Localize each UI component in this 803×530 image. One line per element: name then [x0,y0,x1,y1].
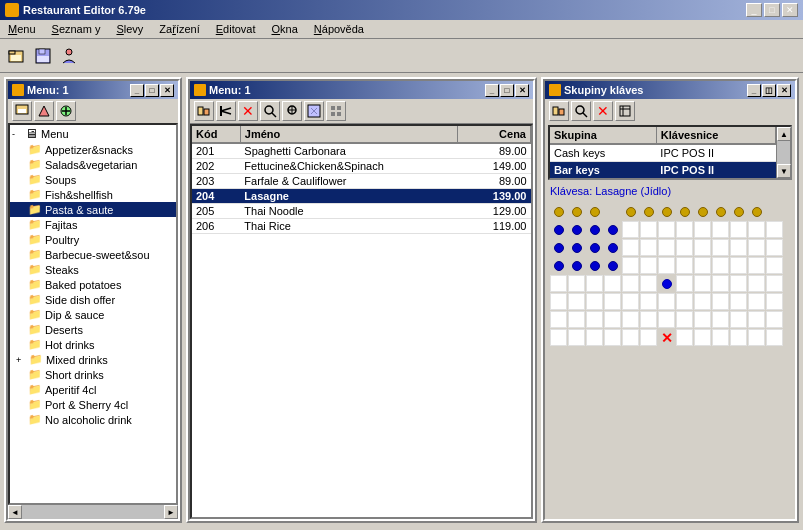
table-row[interactable]: 204 Lasagne 139.00 [192,189,531,204]
tree-btn-1[interactable] [12,101,32,121]
mid-btn-5[interactable] [282,101,302,121]
tree-btn-3[interactable] [56,101,76,121]
key-cell[interactable] [550,311,567,328]
scroll-right-btn[interactable]: ► [164,505,178,519]
key-cell[interactable] [748,239,765,256]
key-cell[interactable] [712,257,729,274]
left-panel-maximize[interactable]: □ [145,84,159,97]
key-cell[interactable] [604,311,621,328]
table-row[interactable]: 201 Spaghetti Carbonara 89.00 [192,143,531,159]
key-cell[interactable] [748,329,765,346]
tree-item[interactable]: 📁Deserts [10,322,176,337]
right-btn-3[interactable]: ✕ [593,101,613,121]
key-cell[interactable] [712,221,729,238]
key-cell[interactable] [586,257,603,274]
tree-item[interactable]: -🖥Menu [10,125,176,142]
key-cell[interactable] [622,239,639,256]
key-cell[interactable] [604,221,621,238]
key-cell[interactable] [694,239,711,256]
key-cell[interactable] [622,329,639,346]
key-cell[interactable] [622,221,639,238]
key-cell[interactable] [568,293,585,310]
key-cell[interactable] [586,203,603,220]
mid-btn-2[interactable] [216,101,236,121]
app-maximize-btn[interactable]: □ [764,3,780,17]
key-cell[interactable] [730,203,747,220]
tree-item[interactable]: 📁Side dish offer [10,292,176,307]
key-cell[interactable] [622,203,639,220]
key-cell[interactable] [640,329,657,346]
key-cell[interactable] [748,293,765,310]
left-panel-minimize[interactable]: _ [130,84,144,97]
table-row[interactable]: 202 Fettucine&Chicken&Spinach 149.00 [192,159,531,174]
menu-editovat[interactable]: Editovat [212,22,260,36]
mid-btn-7[interactable] [326,101,346,121]
table-row[interactable]: 205 Thai Noodle 129.00 [192,204,531,219]
key-cell[interactable] [550,221,567,238]
key-cell[interactable] [568,311,585,328]
right-btn-2[interactable] [571,101,591,121]
key-cell[interactable] [658,275,675,292]
right-panel-minimize[interactable]: _ [747,84,761,97]
skupiny-row[interactable]: Bar keys IPC POS II [550,162,776,179]
key-cell[interactable] [676,239,693,256]
key-cell[interactable] [694,257,711,274]
key-cell[interactable] [712,311,729,328]
key-cell[interactable] [568,275,585,292]
key-cell[interactable] [730,275,747,292]
skupiny-scroll-down[interactable]: ▼ [777,164,791,178]
key-cell[interactable] [712,239,729,256]
key-cell[interactable] [604,239,621,256]
key-cell[interactable] [766,311,783,328]
menu-slevy[interactable]: Slevy [112,22,147,36]
key-cell[interactable] [604,257,621,274]
skupiny-scroll-up[interactable]: ▲ [777,127,791,141]
key-cell[interactable] [550,293,567,310]
key-cell[interactable] [676,293,693,310]
tree-item[interactable]: 📁Poultry [10,232,176,247]
key-cell[interactable] [568,203,585,220]
tree-item[interactable]: 📁Soups [10,172,176,187]
toolbar-btn-3[interactable] [57,44,81,68]
key-cell[interactable] [568,221,585,238]
key-cell[interactable] [622,293,639,310]
key-cell[interactable] [622,275,639,292]
key-cell[interactable] [658,311,675,328]
key-cell[interactable] [550,239,567,256]
key-cell[interactable] [730,311,747,328]
key-cell[interactable] [712,293,729,310]
tree-item[interactable]: 📁Dip & sauce [10,307,176,322]
col-kod[interactable]: Kód [192,126,240,143]
scroll-left-btn[interactable]: ◄ [8,505,22,519]
key-cell[interactable] [766,203,783,220]
key-cell[interactable] [766,275,783,292]
right-panel-restore[interactable]: ◫ [762,84,776,97]
tree-btn-2[interactable] [34,101,54,121]
key-cell[interactable] [604,275,621,292]
skupiny-row[interactable]: Cash keys IPC POS II [550,144,776,162]
col-jmeno[interactable]: Jméno [240,126,458,143]
menu-okna[interactable]: Okna [268,22,302,36]
key-cell[interactable] [730,239,747,256]
key-cell[interactable] [604,203,621,220]
key-cell[interactable] [658,221,675,238]
mid-panel-minimize[interactable]: _ [485,84,499,97]
key-cell[interactable] [640,239,657,256]
key-cell[interactable] [586,329,603,346]
key-cell[interactable] [604,293,621,310]
key-cell[interactable] [640,275,657,292]
tree-item[interactable]: 📁Barbecue-sweet&sou [10,247,176,262]
key-cell[interactable] [748,311,765,328]
key-cell[interactable] [640,257,657,274]
key-cell[interactable] [640,311,657,328]
tree-item[interactable]: 📁Salads&vegetarian [10,157,176,172]
table-row[interactable]: 203 Farfale & Cauliflower 89.00 [192,174,531,189]
key-cell[interactable] [676,257,693,274]
key-cell[interactable] [676,221,693,238]
key-cell[interactable] [748,275,765,292]
key-cell[interactable] [586,239,603,256]
key-cell[interactable] [640,203,657,220]
app-close-btn[interactable]: ✕ [782,3,798,17]
key-cell[interactable] [730,329,747,346]
key-cell[interactable] [766,257,783,274]
